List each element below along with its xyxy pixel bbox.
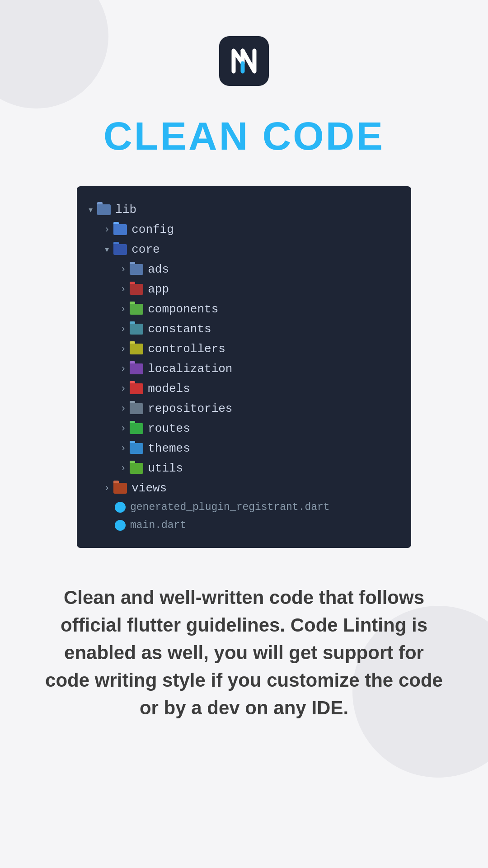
- folder-icon-ads: [130, 264, 143, 275]
- tree-item-models: › models: [88, 379, 400, 399]
- tree-item-views: › views: [88, 478, 400, 498]
- folder-icon-utils: [130, 463, 143, 474]
- tree-item-ads: › ads: [88, 259, 400, 279]
- tree-item-config: › config: [88, 220, 400, 240]
- tree-item-themes: › themes: [88, 439, 400, 458]
- chevron-lib: ▾: [88, 204, 94, 216]
- file-tree-panel: ▾ lib › config ▾ core › ads › app: [77, 186, 411, 548]
- tree-item-repositories: › repositories: [88, 399, 400, 419]
- chevron-constants: ›: [120, 324, 126, 335]
- description-text: Clean and well-written code that follows…: [41, 584, 447, 722]
- label-components: components: [148, 302, 218, 316]
- dart-icon-generated: [115, 502, 126, 513]
- label-constants: constants: [148, 322, 211, 336]
- label-lib: lib: [115, 203, 136, 217]
- label-utils: utils: [148, 462, 183, 475]
- app-logo: [219, 36, 269, 86]
- folder-icon-app: [130, 284, 143, 295]
- label-main-dart: main.dart: [130, 519, 186, 531]
- folder-icon-models: [130, 383, 143, 394]
- folder-icon-views: [113, 483, 127, 494]
- chevron-config: ›: [104, 224, 110, 236]
- tree-item-components: › components: [88, 299, 400, 319]
- folder-icon-themes: [130, 443, 143, 454]
- tree-item-main-dart: main.dart: [88, 516, 400, 534]
- tree-item-utils: › utils: [88, 458, 400, 478]
- label-generated-plugin: generated_plugin_registrant.dart: [130, 501, 330, 513]
- label-themes: themes: [148, 442, 190, 455]
- tree-item-localization: › localization: [88, 359, 400, 379]
- dart-icon-main: [115, 520, 126, 531]
- chevron-controllers: ›: [120, 344, 126, 355]
- tree-item-generated-plugin: generated_plugin_registrant.dart: [88, 498, 400, 516]
- tree-item-constants: › constants: [88, 319, 400, 339]
- folder-icon-constants: [130, 324, 143, 335]
- folder-icon-core: [113, 244, 127, 255]
- folder-icon-localization: [130, 363, 143, 374]
- tree-item-app: › app: [88, 279, 400, 299]
- label-app: app: [148, 283, 169, 296]
- folder-icon-lib: [97, 204, 111, 215]
- label-ads: ads: [148, 263, 169, 276]
- label-controllers: controllers: [148, 342, 225, 356]
- label-core: core: [131, 243, 160, 256]
- tree-item-controllers: › controllers: [88, 339, 400, 359]
- label-routes: routes: [148, 422, 190, 435]
- tree-item-lib: ▾ lib: [88, 200, 400, 220]
- chevron-repositories: ›: [120, 403, 126, 415]
- chevron-localization: ›: [120, 363, 126, 375]
- folder-icon-routes: [130, 423, 143, 434]
- chevron-themes: ›: [120, 443, 126, 454]
- folder-icon-repositories: [130, 403, 143, 414]
- label-views: views: [131, 481, 167, 495]
- folder-icon-components: [130, 304, 143, 315]
- chevron-core: ▾: [104, 244, 110, 256]
- tree-item-core: ▾ core: [88, 240, 400, 259]
- chevron-app: ›: [120, 284, 126, 295]
- folder-icon-controllers: [130, 344, 143, 354]
- chevron-components: ›: [120, 304, 126, 315]
- chevron-ads: ›: [120, 264, 126, 275]
- logo-svg: [228, 45, 260, 77]
- chevron-models: ›: [120, 383, 126, 395]
- chevron-utils: ›: [120, 463, 126, 474]
- chevron-views: ›: [104, 483, 110, 494]
- label-repositories: repositories: [148, 402, 232, 415]
- label-config: config: [131, 223, 174, 236]
- main-title: CLEAN CODE: [103, 113, 385, 159]
- label-localization: localization: [148, 362, 232, 376]
- chevron-routes: ›: [120, 423, 126, 434]
- folder-icon-config: [113, 224, 127, 235]
- tree-item-routes: › routes: [88, 419, 400, 439]
- label-models: models: [148, 382, 190, 396]
